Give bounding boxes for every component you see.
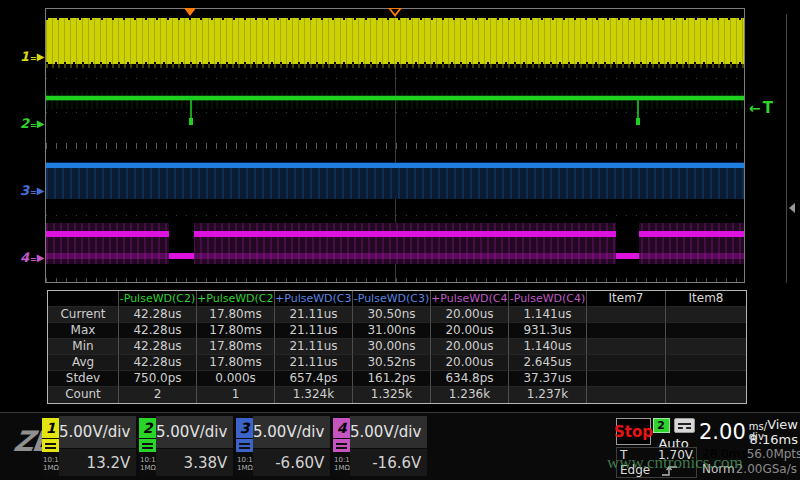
ch3-badge: 3 <box>236 418 253 438</box>
run-stop-button[interactable]: Stop <box>616 418 651 445</box>
ch2-position-marker[interactable]: 2 = ▶ <box>20 116 44 130</box>
ch4-waveform <box>639 231 745 237</box>
trigger-level-marker[interactable]: ← T <box>749 99 773 117</box>
ch4-pulse-notch <box>169 223 194 253</box>
column-header: +PulseWD(C2) <box>197 291 275 307</box>
status-bar: ZLG® 1 10:11MΩ 5.00V/div 13.2V 2 10:11MΩ… <box>0 412 800 480</box>
measurement-value: 30.50ns <box>353 307 431 323</box>
row-label: Stdev <box>48 371 119 387</box>
measurement-value: 30.52ns <box>353 355 431 371</box>
ch4-waveform-low <box>616 253 639 259</box>
table-row: Current 42.28us 17.80ms 21.11us 30.50ns … <box>48 307 746 323</box>
panel-collapse-handle-icon[interactable] <box>789 203 795 213</box>
ground-icon: = <box>30 255 36 264</box>
memory-depth: 56.0Mpts <box>747 447 800 462</box>
waveform-display <box>45 8 745 283</box>
ch1-settings-block[interactable]: 1 10:11MΩ 5.00V/div 13.2V <box>42 416 136 477</box>
measurement-value: 42.28us <box>119 323 197 339</box>
measurement-value: 1 <box>197 387 275 403</box>
measurement-value: 1.141us <box>509 307 587 323</box>
measurement-value <box>587 355 666 371</box>
right-arrow-icon: ▶ <box>37 185 45 196</box>
ch3-volts-per-div: 5.00V/div <box>253 416 330 449</box>
dc-coupling-icon <box>139 439 156 452</box>
row-label: Current <box>48 307 119 323</box>
ch4-settings-block[interactable]: 4 10:11MΩ 5.00V/div -16.6V <box>333 416 427 477</box>
measurement-value <box>587 339 666 355</box>
ch2-settings-block[interactable]: 2 10:11MΩ 5.00V/div 3.38V <box>139 416 233 477</box>
sweep-mode: Norm <box>702 462 735 477</box>
measurement-value <box>587 307 666 323</box>
column-header: Item8 <box>666 291 746 307</box>
measurement-value <box>666 387 746 403</box>
measurement-value: 42.28us <box>119 355 197 371</box>
measurement-value: 1.325k <box>353 387 431 403</box>
measurement-value <box>587 387 666 403</box>
ch2-volts-per-div: 5.00V/div <box>156 416 233 449</box>
measurement-value: 31.00ns <box>353 323 431 339</box>
measurement-value: 17.80ms <box>197 355 275 371</box>
column-header: +PulseWD(C3) <box>275 291 353 307</box>
measurement-value: 634.8ps <box>431 371 509 387</box>
ch3-position-marker[interactable]: 3 = ▶ <box>20 183 44 197</box>
measurement-value: 30.00ns <box>353 339 431 355</box>
column-header: -PulseWD(C2) <box>119 291 197 307</box>
ch4-position-marker[interactable]: 4 = ▶ <box>20 250 44 264</box>
ch2-pulse-low <box>189 118 193 125</box>
measurement-value: 1.140us <box>509 339 587 355</box>
ch2-pulse-spike <box>637 100 639 120</box>
ch1-waveform-noise <box>46 64 744 68</box>
measurement-value: 17.80ms <box>197 307 275 323</box>
ch3-settings-block[interactable]: 3 10:11MΩ 5.00V/div -6.60V <box>236 416 330 477</box>
dc-coupling-icon <box>42 439 59 452</box>
ch2-badge: 2 <box>139 418 156 438</box>
measurement-value: 2.645us <box>509 355 587 371</box>
measurement-value: 0.000s <box>197 371 275 387</box>
ch1-position-marker[interactable]: 1 = ▶ <box>20 49 44 63</box>
ch2-pulse-low <box>636 118 640 125</box>
measurement-value: 1.237k <box>509 387 587 403</box>
measurement-value: 1.236k <box>431 387 509 403</box>
measurement-value: 750.0ps <box>119 371 197 387</box>
trigger-settings-box[interactable]: T 1.70V Edge <box>616 447 697 478</box>
row-label: Count <box>48 387 119 403</box>
ch4-low-level-ghost <box>46 253 744 259</box>
column-header: +PulseWD(C4) <box>431 291 509 307</box>
measurement-table: -PulseWD(C2) +PulseWD(C2) +PulseWD(C3) -… <box>47 290 747 404</box>
trigger-level-value: 1.70V <box>658 448 693 463</box>
right-arrow-icon: ▶ <box>37 118 45 129</box>
ground-icon: = <box>30 54 36 63</box>
trigger-coupling-icon <box>674 418 695 433</box>
ground-icon: = <box>30 188 36 197</box>
table-row: Avg 42.28us 17.80ms 21.11us 30.52ns 20.0… <box>48 355 746 371</box>
trigger-source-channel-badge: 2 <box>653 418 670 433</box>
table-row: Max 42.28us 17.80ms 21.11us 31.00ns 20.0… <box>48 323 746 339</box>
ch4-waveform-low <box>169 253 194 259</box>
probe-ratio: 10:11MΩ <box>42 456 59 472</box>
ch3-offset-value: -6.60V <box>253 449 330 476</box>
measurement-value: 20.00us <box>431 323 509 339</box>
measurement-value: 21.11us <box>275 307 353 323</box>
corner-cell <box>48 291 119 307</box>
dc-coupling-icon <box>333 439 350 452</box>
side-panel-divider <box>786 14 787 283</box>
view-span-indicator[interactable]: View 8.16ms <box>748 417 798 447</box>
table-row: Count 2 1 1.324k 1.325k 1.236k 1.237k <box>48 387 746 403</box>
trigger-position-marker-icon[interactable] <box>184 8 196 16</box>
trigger-holdoff: 28.0ms <box>702 447 747 462</box>
delayed-trigger-marker-icon[interactable] <box>388 8 402 17</box>
measurement-value: 17.80ms <box>197 339 275 355</box>
trigger-label: T <box>620 448 627 463</box>
probe-ratio: 10:11MΩ <box>139 456 156 472</box>
acquisition-info-box: 28.0ms 56.0Mpts Norm 2.00GSa/s <box>700 447 799 478</box>
ch4-waveform <box>46 231 169 237</box>
ch4-badge: 4 <box>333 418 350 438</box>
ch4-offset-value: -16.6V <box>350 449 427 476</box>
right-arrow-icon: ▶ <box>37 51 45 62</box>
row-label: Max <box>48 323 119 339</box>
measurement-value: 42.28us <box>119 339 197 355</box>
ch3-waveform-band <box>46 168 744 199</box>
sample-rate: 2.00GSa/s <box>736 462 797 477</box>
table-header-row: -PulseWD(C2) +PulseWD(C2) +PulseWD(C3) -… <box>48 291 746 307</box>
grid-bottom-edge-ticks <box>46 278 744 282</box>
